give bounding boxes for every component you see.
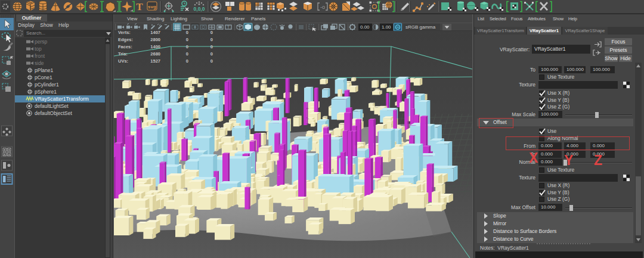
svg-text:0,0,0: 0,0,0	[194, 6, 205, 12]
svg-text:T: T	[136, 1, 143, 13]
svg-text:-o: -o	[320, 4, 325, 10]
svg-text:svg: svg	[148, 4, 156, 10]
svg-text:1.00: 1.00	[382, 24, 391, 30]
svg-text:0.00: 0.00	[360, 24, 370, 30]
svg-text:T: T	[227, 25, 230, 29]
svg-text:sRGB gamma: sRGB gamma	[405, 24, 436, 30]
